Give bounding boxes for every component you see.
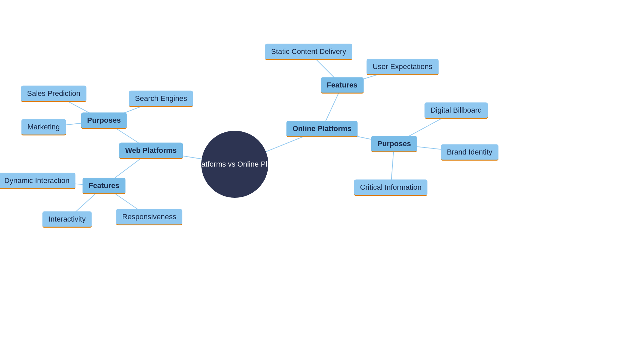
node-purposes-right[interactable]: Purposes [371,136,417,153]
node-digital-billboard[interactable]: Digital Billboard [425,103,488,119]
node-web-platforms[interactable]: Web Platforms [119,143,183,159]
node-search-engines[interactable]: Search Engines [129,91,193,107]
node-marketing[interactable]: Marketing [21,119,66,136]
node-purposes-left[interactable]: Purposes [81,113,127,129]
node-sales-prediction[interactable]: Sales Prediction [21,86,87,102]
node-responsiveness[interactable]: Responsiveness [116,209,182,226]
node-static-content[interactable]: Static Content Delivery [265,44,352,60]
center-node[interactable]: Web Platforms vs Online Platforms [201,131,268,198]
node-features-left[interactable]: Features [83,178,125,194]
node-brand-identity[interactable]: Brand Identity [441,144,498,161]
mind-map-container: Web Platforms vs Online PlatformsWeb Pla… [0,0,644,362]
node-critical-information[interactable]: Critical Information [354,180,427,196]
node-dynamic-interaction[interactable]: Dynamic Interaction [0,173,75,189]
node-online-platforms[interactable]: Online Platforms [286,121,358,137]
node-features-right[interactable]: Features [321,77,364,94]
node-interactivity[interactable]: Interactivity [42,212,92,228]
node-user-expectations[interactable]: User Expectations [367,59,439,75]
